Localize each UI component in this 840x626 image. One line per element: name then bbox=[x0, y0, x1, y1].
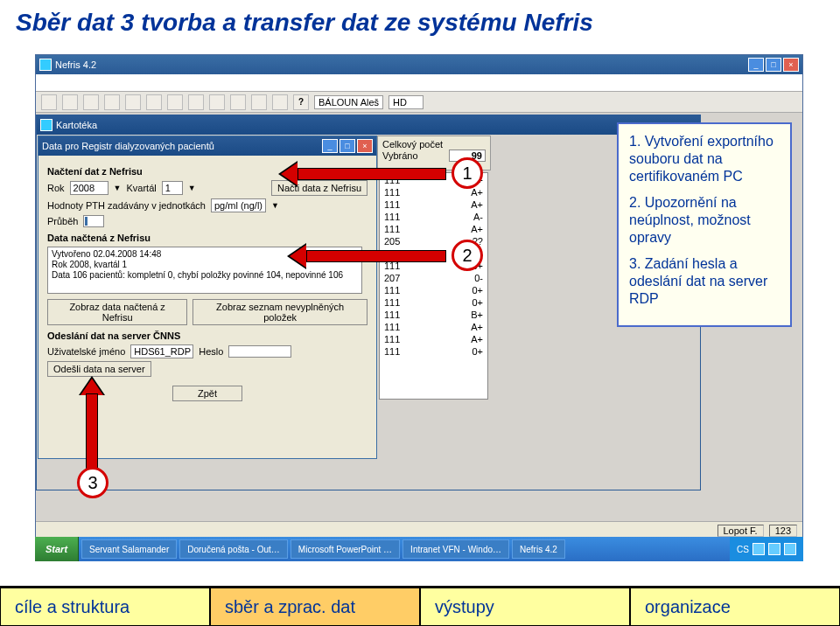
dialog-close-button[interactable]: × bbox=[357, 139, 373, 153]
status-bar: Lopot F. 123 bbox=[36, 521, 802, 539]
lang-indicator[interactable]: CS bbox=[737, 545, 749, 554]
status-user: Lopot F. bbox=[718, 525, 764, 537]
app-title: Nefris 4.2 bbox=[55, 59, 96, 70]
send-data-button[interactable]: Odešli data na server bbox=[47, 361, 151, 377]
callout-label-1: 1 bbox=[452, 157, 483, 189]
pass-label: Heslo bbox=[199, 346, 223, 357]
arrow-2 bbox=[306, 250, 446, 262]
taskbar-item[interactable]: Microsoft PowerPoint … bbox=[290, 539, 400, 559]
list-item[interactable]: 1110+ bbox=[381, 284, 486, 296]
nav-next-icon[interactable] bbox=[83, 94, 99, 110]
callout-label-2: 2 bbox=[452, 240, 483, 271]
callout-item-1: 1. Vytvoření exportního souboru dat na c… bbox=[629, 133, 780, 185]
total-label: Celkový počet bbox=[382, 139, 443, 150]
toolbar: ? BÁLOUN Aleš HD bbox=[36, 92, 802, 113]
callout-item-3: 3. Zadání hesla a odeslání dat na server… bbox=[629, 255, 780, 308]
kvartal-input[interactable]: 1 bbox=[162, 181, 183, 195]
start-button[interactable]: Start bbox=[35, 537, 79, 561]
nav-first-icon[interactable] bbox=[41, 94, 57, 110]
pth-label: Hodnoty PTH zadávány v jednotkách bbox=[47, 200, 206, 211]
patient-list[interactable]: 111B+111A+111A+111A-111A+205??207AB-1110… bbox=[379, 172, 488, 400]
footer-tabs: cíle a struktura sběr a zprac. dat výstu… bbox=[0, 586, 840, 626]
log-line-3: Data 106 pacientů: kompletní 0, chybí po… bbox=[52, 270, 358, 281]
slide-title: Sběr dat 3 tvorba a transfer dat ze syst… bbox=[0, 0, 840, 42]
dialog-titlebar: Data pro Registr dialyzovaných pacientů … bbox=[38, 136, 376, 156]
list-item[interactable]: 111A+ bbox=[381, 321, 486, 333]
nav-prev-icon[interactable] bbox=[62, 94, 78, 110]
save-icon[interactable] bbox=[125, 94, 141, 110]
list-item[interactable]: 1110+ bbox=[381, 296, 486, 309]
undo-icon[interactable] bbox=[146, 94, 162, 110]
footer-tab-data[interactable]: sběr a zprac. dat bbox=[210, 588, 420, 626]
user-label: Uživatelské jméno bbox=[47, 346, 125, 357]
tool-icon[interactable] bbox=[251, 94, 267, 110]
print-icon[interactable] bbox=[230, 94, 246, 110]
taskbar-item[interactable]: Doručená pošta - Out… bbox=[179, 539, 288, 559]
help-icon[interactable]: ? bbox=[293, 94, 309, 110]
selected-label: Vybráno bbox=[382, 150, 418, 161]
section-loaded: Data načtená z Nefrisu bbox=[47, 233, 368, 243]
taskbar-item[interactable]: Nefris 4.2 bbox=[512, 539, 565, 559]
rok-input[interactable]: 2008 bbox=[70, 181, 108, 195]
arrow-1 bbox=[298, 168, 446, 180]
dialog-title: Data pro Registr dialyzovaných pacientů bbox=[42, 141, 214, 151]
minimize-button[interactable]: _ bbox=[748, 58, 764, 72]
tray-icon[interactable] bbox=[752, 543, 765, 555]
screenshot-area: Nefris 4.2 _ □ × ? BÁLOUN Aleš HD bbox=[35, 54, 803, 561]
kartoteka-title: Kartotéka bbox=[56, 120, 97, 130]
maximize-button[interactable]: □ bbox=[766, 58, 781, 72]
pass-input[interactable] bbox=[228, 345, 291, 358]
progress-bar bbox=[83, 215, 104, 227]
footer-tab-goals[interactable]: cíle a struktura bbox=[0, 588, 210, 626]
kartoteka-titlebar: Kartotéka bbox=[37, 115, 700, 135]
list-item[interactable]: 111A+ bbox=[381, 223, 486, 235]
section-send: Odeslání dat na server ČNNS bbox=[47, 330, 368, 341]
menubar bbox=[36, 74, 802, 92]
show-missing-button[interactable]: Zobraz seznam nevyplněných položek bbox=[192, 299, 368, 325]
taskbar: Start Servant SalamanderDoručená pošta -… bbox=[35, 537, 803, 561]
callout-label-3: 3 bbox=[77, 467, 108, 498]
callout-box: 1. Vytvoření exportního souboru dat na c… bbox=[617, 122, 792, 327]
taskbar-item[interactable]: Servant Salamander bbox=[81, 539, 177, 559]
list-item[interactable]: 111A- bbox=[381, 211, 486, 223]
status-number: 123 bbox=[769, 525, 797, 537]
window-buttons: _ □ × bbox=[748, 58, 799, 72]
close-button[interactable]: × bbox=[783, 58, 799, 72]
user-input[interactable]: HDS61_RDP bbox=[130, 344, 193, 358]
list-item[interactable]: 111A+ bbox=[381, 198, 486, 211]
dialog-maximize-button[interactable]: □ bbox=[340, 139, 355, 153]
app-titlebar: Nefris 4.2 _ □ × bbox=[36, 55, 802, 74]
paste-icon[interactable] bbox=[209, 94, 225, 110]
pth-unit-input[interactable]: pg/ml (ng/l) bbox=[211, 198, 266, 212]
tray-icon[interactable] bbox=[768, 543, 780, 555]
list-item[interactable]: 111B+ bbox=[381, 309, 486, 321]
copy-icon[interactable] bbox=[188, 94, 204, 110]
nav-last-icon[interactable] bbox=[104, 94, 120, 110]
footer-tab-org[interactable]: organizace bbox=[630, 588, 840, 626]
dialog-minimize-button[interactable]: _ bbox=[322, 139, 338, 153]
mode-field[interactable]: HD bbox=[388, 95, 424, 109]
callout-item-2: 2. Upozornění na neúplnost, možnost opra… bbox=[629, 194, 780, 247]
tool-icon-2[interactable] bbox=[272, 94, 288, 110]
rok-label: Rok bbox=[47, 183, 65, 193]
footer-tab-outputs[interactable]: výstupy bbox=[420, 588, 630, 626]
taskbar-item[interactable]: Intranet VFN - Windo… bbox=[402, 539, 509, 559]
back-button[interactable]: Zpět bbox=[172, 386, 242, 401]
patient-name-field[interactable]: BÁLOUN Aleš bbox=[314, 95, 383, 109]
kartoteka-icon bbox=[40, 119, 52, 131]
tray-icon[interactable] bbox=[784, 543, 796, 555]
list-item[interactable]: 1110+ bbox=[381, 345, 486, 358]
kvartal-label: Kvartál bbox=[126, 183, 156, 193]
app-icon bbox=[39, 59, 52, 71]
progress-label: Průběh bbox=[47, 216, 78, 226]
list-item[interactable]: 111A+ bbox=[381, 333, 486, 345]
list-item[interactable]: 2070- bbox=[381, 272, 486, 284]
system-tray: CS bbox=[730, 537, 803, 561]
show-loaded-button[interactable]: Zobraz data načtená z Nefrisu bbox=[47, 299, 187, 325]
cancel-icon[interactable] bbox=[167, 94, 183, 110]
